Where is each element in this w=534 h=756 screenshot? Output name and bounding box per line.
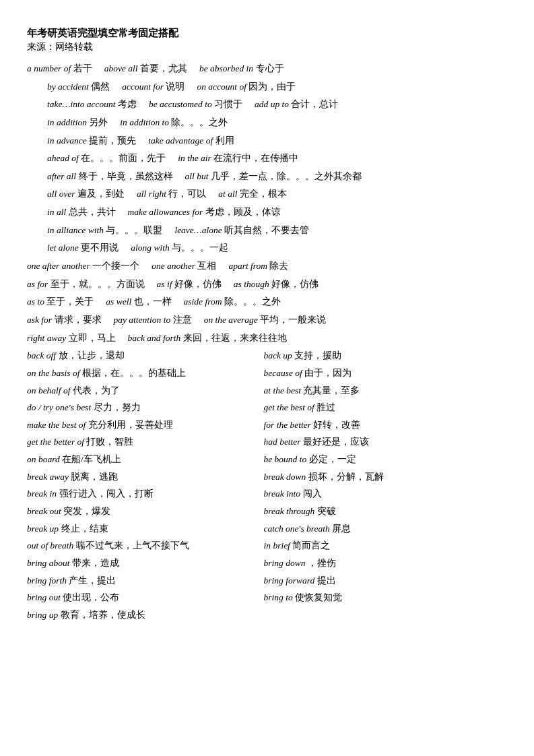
entry-en: in advance [47, 135, 87, 146]
entry-en: by accident [47, 82, 89, 92]
entry-en: a number of [27, 63, 71, 73]
entry-en: ahead of [47, 153, 79, 163]
entry-en: catch one's breath [264, 524, 330, 534]
two-col-row: break up 终止，结束catch one's breath 屏息 [27, 520, 500, 538]
entry-cn: 除。。。之外 [169, 117, 228, 127]
entry: be absorbed in 专心于 [199, 60, 284, 77]
entry: let alone 更不用说 [47, 239, 119, 257]
two-col-row: get the better of 打败，智胜had better 最好还是，应… [27, 433, 500, 451]
entry-en: along with [131, 243, 169, 253]
col-left: on behalf of 代表，为了 [27, 382, 264, 400]
entry-en: bring about [27, 558, 69, 568]
two-col-row: do / try one's best 尽力，努力get the best of… [27, 399, 500, 416]
entry: aside from 除。。。之外 [184, 293, 281, 311]
entry-cn: 突发，爆发 [61, 506, 110, 516]
entry-en: bring forward [264, 575, 315, 586]
entry-en: let alone [47, 243, 79, 253]
entry: leave…alone 听其自然，不要去管 [174, 222, 309, 239]
content-line: as for 至于，就。。。方面说as if 好像，仿佛as though 好像… [27, 276, 500, 293]
entry-en: at all [218, 189, 237, 199]
entry: add up to 合计，总计 [255, 96, 338, 113]
col-left: get the better of 打败，智胜 [27, 433, 264, 451]
entry: one another 互相 [152, 257, 216, 275]
col-left: break out 突发，爆发 [27, 503, 264, 520]
content-line: after all 终于，毕竟，虽然这样all but 几乎，差一点，除。。。之… [27, 168, 500, 185]
entry-cn: 脱离，逃跑 [69, 472, 118, 482]
entry-cn: 遍及，到处 [75, 189, 125, 199]
entry-cn: 听其自然，不要去管 [222, 225, 309, 235]
entry-en: all over [47, 189, 75, 199]
entry: in addition to 除。。。之外 [120, 114, 228, 131]
entry-cn: 使恢复知觉 [293, 592, 342, 602]
entry: be accustomed to 习惯于 [149, 96, 242, 113]
entry-cn: 除。。。之外 [222, 296, 280, 307]
entry-cn: 除去 [267, 261, 288, 271]
entry-cn: 合计，总计 [289, 99, 338, 109]
entry-en: break away [27, 472, 69, 482]
page-title: 年考研英语完型填空常考固定搭配 [27, 27, 500, 40]
col-right: break down 损坏，分解，瓦解 [264, 468, 501, 486]
entry-cn: 根据，在。。。的基础上 [79, 368, 185, 378]
entry-cn: 偶然 [89, 82, 110, 92]
entry: as well 也，一样 [106, 293, 171, 311]
entry-en: out of breath [27, 540, 73, 550]
two-col-row: on behalf of 代表，为了at the best 充其量，至多 [27, 382, 500, 400]
entry: right away 立即，马上 [27, 329, 116, 347]
col-left: back off 放，让步，退却 [27, 347, 264, 365]
entry-en: after all [47, 171, 76, 181]
col-left: do / try one's best 尽力，努力 [27, 399, 264, 416]
entry-en: get the better of [27, 437, 84, 447]
entry: by accident 偶然 [47, 78, 110, 96]
content-line: by accident 偶然account for 说明on account o… [27, 78, 500, 96]
entry: all right 行，可以 [137, 185, 206, 203]
entry-cn: 与。。。联盟 [104, 225, 162, 235]
entry-cn: 若干 [71, 63, 92, 73]
entry-cn: 也，一样 [131, 296, 171, 307]
entry-en: leave…alone [174, 225, 222, 235]
content-area: a number of 若干above all 首要，尤其be absorbed… [27, 60, 500, 624]
entry-en: be absorbed in [199, 63, 253, 73]
col-right: get the best of 胜过 [264, 399, 501, 416]
col-right: at the best 充其量，至多 [264, 382, 501, 400]
entry: a number of 若干 [27, 60, 92, 77]
entry-cn: 必定，一定 [306, 454, 356, 464]
entry: at all 完全，根本 [218, 185, 287, 203]
entry-en: above all [104, 63, 138, 73]
two-col-row: make the best of 充分利用，妥善处理for the better… [27, 416, 500, 434]
single-row: bring up教育，培养，使成长 [27, 606, 500, 624]
content-line: let alone 更不用说along with 与。。。一起 [27, 239, 500, 257]
entry-en: on the average [204, 315, 258, 325]
entry-en: all right [137, 189, 166, 199]
content-line: take…into account 考虑be accustomed to 习惯于… [27, 96, 500, 113]
entry-en: bring up [27, 610, 58, 620]
entry-cn: 终于，毕竟，虽然这样 [76, 171, 172, 181]
entry-en: for the better [264, 420, 312, 430]
content-line: ask for 请求，要求pay attention to 注意on the a… [27, 311, 500, 329]
entry-cn: 另外 [87, 117, 108, 127]
entry-en: take advantage of [148, 135, 213, 146]
entry: ahead of 在。。。前面，先于 [47, 150, 166, 167]
content-line: ahead of 在。。。前面，先于in the air 在流行中，在传播中 [27, 150, 500, 167]
entry-en: aside from [184, 296, 222, 307]
two-col-row: break away 脱离，逃跑break down 损坏，分解，瓦解 [27, 468, 500, 486]
entry-en: in addition [47, 117, 87, 127]
entry-en: break through [264, 506, 315, 516]
entry-en: as if [157, 279, 172, 289]
entry-en: bring down [264, 558, 306, 568]
entry-cn: 使出现，公布 [61, 592, 119, 602]
entry: in advance 提前，预先 [47, 132, 136, 150]
entry-en: break into [264, 489, 301, 499]
entry-cn: 放，让步，退却 [56, 350, 124, 360]
two-col-row: break out 突发，爆发break through 突破 [27, 503, 500, 520]
entry-cn: 考虑 [116, 99, 137, 109]
two-col-row: bring forth 产生，提出bring forward 提出 [27, 572, 500, 590]
col-right: bring down ，挫伤 [264, 555, 501, 572]
entry-cn: 由于，因为 [302, 368, 352, 378]
entry-cn: 与。。。一起 [170, 243, 228, 253]
entry-en: on behalf of [27, 385, 71, 396]
entry: make allowances for 考虑，顾及，体谅 [128, 203, 281, 221]
entry-cn: 最好还是，应该 [301, 437, 369, 447]
col-left: make the best of 充分利用，妥善处理 [27, 416, 264, 434]
two-col-row: bring out 使出现，公布bring to 使恢复知觉 [27, 589, 500, 606]
entry-en: in addition to [120, 117, 169, 127]
